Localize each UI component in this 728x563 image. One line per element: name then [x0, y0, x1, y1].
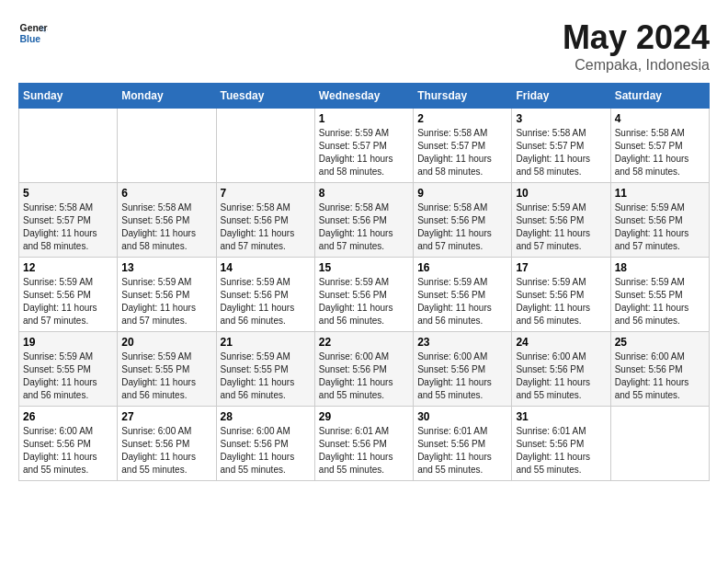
day-info: Sunrise: 6:01 AM Sunset: 5:56 PM Dayligh… — [319, 425, 409, 477]
calendar-cell: 7Sunrise: 5:58 AM Sunset: 5:56 PM Daylig… — [216, 183, 314, 258]
day-number: 23 — [417, 336, 507, 349]
day-number: 9 — [417, 187, 507, 200]
calendar-cell: 6Sunrise: 5:58 AM Sunset: 5:56 PM Daylig… — [118, 183, 216, 258]
day-of-week-header: Sunday — [19, 84, 118, 109]
calendar-header: SundayMondayTuesdayWednesdayThursdayFrid… — [19, 84, 710, 109]
day-number: 27 — [121, 410, 211, 423]
calendar-cell: 10Sunrise: 5:59 AM Sunset: 5:56 PM Dayli… — [512, 183, 610, 258]
day-info: Sunrise: 5:58 AM Sunset: 5:57 PM Dayligh… — [417, 127, 507, 178]
day-info: Sunrise: 6:00 AM Sunset: 5:56 PM Dayligh… — [221, 425, 311, 477]
day-number: 3 — [516, 112, 606, 125]
subtitle: Cempaka, Indonesia — [563, 57, 710, 74]
day-info: Sunrise: 5:58 AM Sunset: 5:57 PM Dayligh… — [615, 127, 705, 178]
day-number: 5 — [23, 187, 113, 200]
day-number: 26 — [23, 410, 113, 423]
day-info: Sunrise: 5:59 AM Sunset: 5:55 PM Dayligh… — [615, 276, 705, 327]
day-info: Sunrise: 5:59 AM Sunset: 5:56 PM Dayligh… — [417, 276, 507, 327]
page-header: General Blue May 2024 Cempaka, Indonesia — [18, 18, 710, 74]
day-info: Sunrise: 6:00 AM Sunset: 5:56 PM Dayligh… — [516, 350, 606, 402]
day-info: Sunrise: 5:59 AM Sunset: 5:56 PM Dayligh… — [615, 201, 705, 253]
day-info: Sunrise: 5:59 AM Sunset: 5:56 PM Dayligh… — [319, 276, 409, 327]
calendar-cell: 13Sunrise: 5:59 AM Sunset: 5:56 PM Dayli… — [118, 258, 216, 332]
calendar-cell: 27Sunrise: 6:00 AM Sunset: 5:56 PM Dayli… — [118, 407, 216, 481]
calendar-week-row: 12Sunrise: 5:59 AM Sunset: 5:56 PM Dayli… — [19, 258, 710, 332]
day-info: Sunrise: 6:00 AM Sunset: 5:56 PM Dayligh… — [121, 425, 211, 477]
day-number: 14 — [221, 261, 311, 274]
calendar-cell: 31Sunrise: 6:01 AM Sunset: 5:56 PM Dayli… — [512, 407, 610, 481]
day-number: 30 — [417, 410, 507, 423]
calendar-cell: 11Sunrise: 5:59 AM Sunset: 5:56 PM Dayli… — [610, 183, 709, 258]
calendar-cell: 12Sunrise: 5:59 AM Sunset: 5:56 PM Dayli… — [19, 258, 118, 332]
day-of-week-header: Thursday — [414, 84, 512, 109]
day-number: 6 — [121, 187, 211, 200]
day-number: 7 — [221, 187, 311, 200]
day-info: Sunrise: 6:01 AM Sunset: 5:56 PM Dayligh… — [417, 425, 507, 477]
day-number: 2 — [417, 112, 507, 125]
calendar-cell: 26Sunrise: 6:00 AM Sunset: 5:56 PM Dayli… — [19, 407, 118, 481]
day-info: Sunrise: 5:58 AM Sunset: 5:56 PM Dayligh… — [417, 201, 507, 253]
calendar-week-row: 1Sunrise: 5:59 AM Sunset: 5:57 PM Daylig… — [19, 109, 710, 183]
day-info: Sunrise: 5:59 AM Sunset: 5:56 PM Dayligh… — [23, 276, 113, 327]
main-title: May 2024 — [563, 18, 710, 57]
calendar-cell: 24Sunrise: 6:00 AM Sunset: 5:56 PM Dayli… — [512, 332, 610, 407]
calendar-cell: 20Sunrise: 5:59 AM Sunset: 5:55 PM Dayli… — [118, 332, 216, 407]
calendar-cell: 5Sunrise: 5:58 AM Sunset: 5:57 PM Daylig… — [19, 183, 118, 258]
day-number: 15 — [319, 261, 409, 274]
title-area: May 2024 Cempaka, Indonesia — [563, 18, 710, 74]
calendar-body: 1Sunrise: 5:59 AM Sunset: 5:57 PM Daylig… — [19, 109, 710, 481]
calendar-cell — [610, 407, 709, 481]
calendar-cell: 2Sunrise: 5:58 AM Sunset: 5:57 PM Daylig… — [414, 109, 512, 183]
day-info: Sunrise: 5:59 AM Sunset: 5:55 PM Dayligh… — [23, 350, 113, 402]
calendar-cell — [118, 109, 216, 183]
svg-text:Blue: Blue — [20, 34, 41, 44]
day-number: 16 — [417, 261, 507, 274]
day-info: Sunrise: 5:58 AM Sunset: 5:57 PM Dayligh… — [23, 201, 113, 253]
calendar-cell: 15Sunrise: 5:59 AM Sunset: 5:56 PM Dayli… — [314, 258, 413, 332]
day-number: 22 — [319, 336, 409, 349]
calendar-cell: 14Sunrise: 5:59 AM Sunset: 5:56 PM Dayli… — [216, 258, 314, 332]
calendar-cell: 9Sunrise: 5:58 AM Sunset: 5:56 PM Daylig… — [414, 183, 512, 258]
day-info: Sunrise: 6:01 AM Sunset: 5:56 PM Dayligh… — [516, 425, 606, 477]
day-info: Sunrise: 5:59 AM Sunset: 5:56 PM Dayligh… — [516, 201, 606, 253]
calendar-cell: 8Sunrise: 5:58 AM Sunset: 5:56 PM Daylig… — [314, 183, 413, 258]
calendar-cell: 21Sunrise: 5:59 AM Sunset: 5:55 PM Dayli… — [216, 332, 314, 407]
day-number: 18 — [615, 261, 705, 274]
calendar-table: SundayMondayTuesdayWednesdayThursdayFrid… — [18, 83, 710, 481]
day-info: Sunrise: 6:00 AM Sunset: 5:56 PM Dayligh… — [319, 350, 409, 402]
day-of-week-header: Saturday — [610, 84, 709, 109]
calendar-cell: 30Sunrise: 6:01 AM Sunset: 5:56 PM Dayli… — [414, 407, 512, 481]
day-number: 31 — [516, 410, 606, 423]
day-number: 19 — [23, 336, 113, 349]
day-info: Sunrise: 5:59 AM Sunset: 5:56 PM Dayligh… — [221, 276, 311, 327]
day-number: 13 — [121, 261, 211, 274]
day-of-week-header: Tuesday — [216, 84, 314, 109]
calendar-week-row: 5Sunrise: 5:58 AM Sunset: 5:57 PM Daylig… — [19, 183, 710, 258]
day-number: 24 — [516, 336, 606, 349]
calendar-cell: 23Sunrise: 6:00 AM Sunset: 5:56 PM Dayli… — [414, 332, 512, 407]
day-number: 4 — [615, 112, 705, 125]
day-info: Sunrise: 6:00 AM Sunset: 5:56 PM Dayligh… — [23, 425, 113, 477]
day-info: Sunrise: 6:00 AM Sunset: 5:56 PM Dayligh… — [417, 350, 507, 402]
day-number: 20 — [121, 336, 211, 349]
calendar-cell: 29Sunrise: 6:01 AM Sunset: 5:56 PM Dayli… — [314, 407, 413, 481]
logo: General Blue — [18, 18, 48, 48]
logo-icon: General Blue — [18, 18, 48, 48]
calendar-cell — [216, 109, 314, 183]
day-info: Sunrise: 5:59 AM Sunset: 5:55 PM Dayligh… — [121, 350, 211, 402]
day-number: 8 — [319, 187, 409, 200]
calendar-cell: 4Sunrise: 5:58 AM Sunset: 5:57 PM Daylig… — [610, 109, 709, 183]
day-number: 29 — [319, 410, 409, 423]
day-number: 1 — [319, 112, 409, 125]
calendar-week-row: 19Sunrise: 5:59 AM Sunset: 5:55 PM Dayli… — [19, 332, 710, 407]
day-number: 28 — [221, 410, 311, 423]
calendar-cell: 25Sunrise: 6:00 AM Sunset: 5:56 PM Dayli… — [610, 332, 709, 407]
day-info: Sunrise: 5:59 AM Sunset: 5:56 PM Dayligh… — [516, 276, 606, 327]
calendar-cell: 3Sunrise: 5:58 AM Sunset: 5:57 PM Daylig… — [512, 109, 610, 183]
day-info: Sunrise: 5:58 AM Sunset: 5:56 PM Dayligh… — [319, 201, 409, 253]
calendar-cell: 1Sunrise: 5:59 AM Sunset: 5:57 PM Daylig… — [314, 109, 413, 183]
day-of-week-header: Monday — [118, 84, 216, 109]
calendar-cell: 28Sunrise: 6:00 AM Sunset: 5:56 PM Dayli… — [216, 407, 314, 481]
day-info: Sunrise: 5:58 AM Sunset: 5:56 PM Dayligh… — [121, 201, 211, 253]
day-info: Sunrise: 5:59 AM Sunset: 5:55 PM Dayligh… — [221, 350, 311, 402]
day-of-week-header: Friday — [512, 84, 610, 109]
